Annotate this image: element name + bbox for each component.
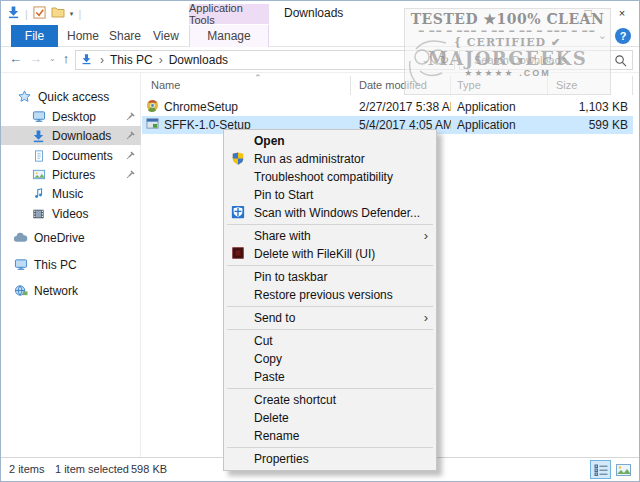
tab-view[interactable]: View <box>153 25 179 47</box>
menu-item-restore-previous-versions[interactable]: Restore previous versions <box>224 286 436 304</box>
tab-manage[interactable]: Manage <box>189 25 269 47</box>
menu-item-rename[interactable]: Rename <box>224 427 436 445</box>
file-size: 599 KB <box>548 116 633 134</box>
breadcrumb-this-pc[interactable]: This PC <box>110 53 153 67</box>
address-bar[interactable]: › This PC › Downloads ⌄ ↻ <box>75 50 455 70</box>
sidebar-label: Videos <box>52 207 88 221</box>
menu-item-cut[interactable]: Cut <box>224 332 436 350</box>
file-type: Application <box>451 98 548 116</box>
menu-item-delete-with-filekill[interactable]: Delete with FileKill (UI) <box>224 245 436 263</box>
desktop-icon <box>31 110 46 123</box>
column-header-type[interactable]: Type <box>451 76 548 95</box>
title-bar: | ▾ | Application Tools Downloads – □ × <box>1 1 639 25</box>
sidebar-item-documents[interactable]: Documents <box>1 146 141 165</box>
forward-icon[interactable]: → <box>29 51 42 66</box>
sidebar-item-music[interactable]: Music <box>1 184 141 203</box>
help-icon[interactable]: ? <box>615 28 631 44</box>
search-icon[interactable] <box>614 54 627 70</box>
selection-count: 1 item selected <box>55 463 131 475</box>
sort-ascending-icon: ⌃ <box>254 73 262 83</box>
customize-qat-icon[interactable]: ▾ <box>70 10 74 18</box>
this-pc-icon <box>13 258 28 271</box>
menu-separator <box>227 224 433 225</box>
thumbnails-view-button[interactable] <box>613 460 634 479</box>
breadcrumb-downloads[interactable]: Downloads <box>169 53 228 67</box>
qat-separator-2: | <box>78 8 81 20</box>
onedrive-cloud-icon <box>13 232 28 243</box>
videos-icon <box>31 208 46 220</box>
sidebar-item-desktop[interactable]: Desktop <box>1 107 141 126</box>
menu-separator <box>227 388 433 389</box>
contextual-tab-application-tools: Application Tools <box>189 4 269 24</box>
menu-separator <box>227 447 433 448</box>
breadcrumb-separator-2: › <box>159 53 163 67</box>
menu-item-run-as-administrator[interactable]: Run as administrator <box>224 150 436 168</box>
properties-icon[interactable] <box>33 6 46 22</box>
column-header-date-modified[interactable]: Date modified <box>351 76 451 95</box>
file-name: ChromeSetup <box>164 100 238 114</box>
menu-item-pin-to-taskbar[interactable]: Pin to taskbar <box>224 268 436 286</box>
file-size: 1,103 KB <box>548 98 633 116</box>
network-icon <box>13 284 28 297</box>
menu-item-paste[interactable]: Paste <box>224 368 436 386</box>
column-headers: ⌃ Name Date modified Type Size <box>142 76 633 95</box>
refresh-icon[interactable]: ↻ <box>439 53 449 67</box>
navigation-pane: Quick access Desktop Downloads <box>1 73 141 457</box>
tab-file[interactable]: File <box>11 25 58 47</box>
menu-separator <box>227 329 433 330</box>
sidebar-label: Documents <box>52 149 113 163</box>
column-header-name[interactable]: ⌃ Name <box>142 76 351 95</box>
sidebar-item-downloads[interactable]: Downloads <box>1 126 141 145</box>
explorer-window: | ▾ | Application Tools Downloads – □ × … <box>0 0 640 482</box>
details-view-button[interactable] <box>590 460 611 479</box>
sidebar-item-pictures[interactable]: Pictures <box>1 165 141 184</box>
selection-size: 598 KB <box>131 463 167 475</box>
address-dropdown-icon[interactable]: ⌄ <box>421 55 429 65</box>
menu-item-open[interactable]: Open <box>224 132 436 150</box>
ribbon-collapse-icon[interactable]: ⌄ <box>598 29 607 42</box>
downloads-icon <box>31 129 46 143</box>
address-row: ← → ⌄ ↑ › This PC › Downloads ⌄ ↻ <box>1 47 639 73</box>
sffk-setup-icon <box>146 117 159 133</box>
menu-item-properties[interactable]: Properties <box>224 450 436 468</box>
recent-locations-icon[interactable]: ⌄ <box>49 54 56 63</box>
menu-item-share-with[interactable]: Share with › <box>224 227 436 245</box>
menu-item-troubleshoot-compatibility[interactable]: Troubleshoot compatibility <box>224 168 436 186</box>
menu-item-pin-to-start[interactable]: Pin to Start <box>224 186 436 204</box>
tab-home[interactable]: Home <box>67 25 99 47</box>
close-button[interactable]: × <box>605 1 639 24</box>
file-type: Application <box>451 116 548 134</box>
ribbon-tab-row: File Home Share View Manage ⌄ ? <box>1 25 639 47</box>
up-icon[interactable]: ↑ <box>63 51 70 66</box>
sidebar-item-videos[interactable]: Videos <box>1 204 141 223</box>
new-folder-icon[interactable] <box>51 6 65 22</box>
window-title: Downloads <box>284 6 343 20</box>
sidebar-item-quick-access[interactable]: Quick access <box>1 87 141 106</box>
documents-icon <box>31 149 46 163</box>
filekill-icon <box>231 246 245 265</box>
sidebar-item-network[interactable]: Network <box>1 281 141 300</box>
maximize-button[interactable]: □ <box>571 1 605 24</box>
chrome-setup-icon <box>146 99 159 115</box>
menu-item-send-to[interactable]: Send to › <box>224 309 436 327</box>
back-icon[interactable]: ← <box>9 51 22 66</box>
navigation-buttons: ← → ⌄ ↑ <box>9 51 69 66</box>
sidebar-label: Downloads <box>52 129 111 143</box>
tab-share[interactable]: Share <box>109 25 141 47</box>
pictures-icon <box>31 168 46 181</box>
submenu-arrow-icon: › <box>424 309 428 327</box>
sidebar-item-this-pc[interactable]: This PC <box>1 255 141 274</box>
quick-access-star-icon <box>17 90 32 103</box>
sidebar-item-onedrive[interactable]: OneDrive <box>1 228 141 247</box>
window-controls: – □ × <box>537 1 639 24</box>
column-header-size[interactable]: Size <box>548 76 633 95</box>
music-icon <box>31 187 46 200</box>
minimize-button[interactable]: – <box>537 1 571 24</box>
menu-item-copy[interactable]: Copy <box>224 350 436 368</box>
search-input[interactable] <box>460 51 632 69</box>
menu-item-delete[interactable]: Delete <box>224 409 436 427</box>
file-row-chromesetup[interactable]: ChromeSetup 2/27/2017 5:38 AM Applicatio… <box>142 98 633 116</box>
menu-item-create-shortcut[interactable]: Create shortcut <box>224 391 436 409</box>
sidebar-label: This PC <box>34 258 77 272</box>
menu-item-scan-with-windows-defender[interactable]: Scan with Windows Defender... <box>224 204 436 222</box>
